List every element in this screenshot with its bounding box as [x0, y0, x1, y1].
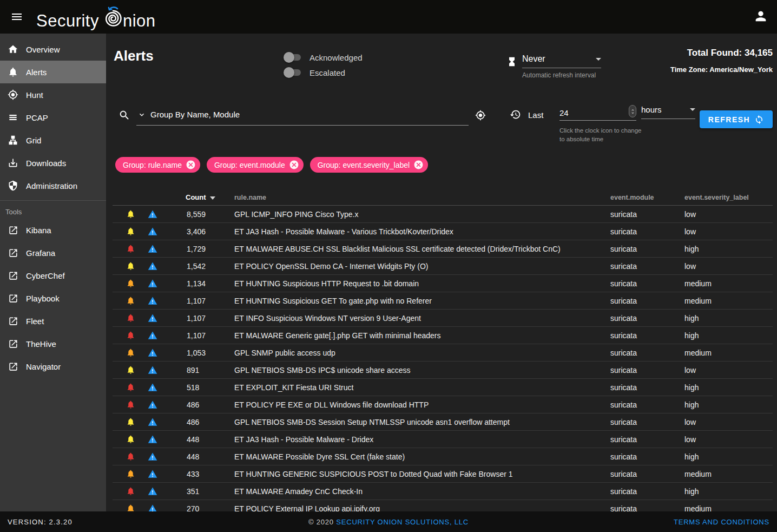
- sidebar-tool-grafana[interactable]: Grafana: [0, 241, 106, 264]
- alert-count[interactable]: 448: [187, 431, 199, 448]
- user-avatar-icon[interactable]: [753, 9, 768, 25]
- sidebar-item-alerts[interactable]: Alerts: [0, 61, 106, 83]
- escalate-warning-icon[interactable]: [148, 240, 157, 258]
- alert-rule-name[interactable]: ET MALWARE Generic gate[.].php GET with …: [234, 327, 441, 344]
- terms-link[interactable]: TERMS AND CONDITIONS: [674, 518, 769, 526]
- alert-count[interactable]: 1,053: [187, 344, 206, 362]
- alert-count[interactable]: 1,729: [187, 240, 206, 258]
- alert-severity[interactable]: low: [684, 413, 696, 431]
- alert-severity[interactable]: high: [684, 379, 699, 396]
- alert-module[interactable]: suricata: [610, 310, 637, 327]
- alert-rule-name[interactable]: ET HUNTING Suspicious HTTP Request to .b…: [234, 275, 419, 292]
- alert-count[interactable]: 1,107: [187, 292, 206, 310]
- alert-module[interactable]: suricata: [610, 206, 637, 223]
- column-header-event-module[interactable]: event.module: [610, 194, 654, 201]
- acknowledge-bell-icon[interactable]: [126, 240, 135, 258]
- alert-count[interactable]: 448: [187, 448, 199, 465]
- escalate-warning-icon[interactable]: [148, 292, 157, 310]
- acknowledge-bell-icon[interactable]: [126, 431, 135, 448]
- relative-time-icon[interactable]: [510, 109, 521, 122]
- acknowledge-bell-icon[interactable]: [126, 258, 135, 275]
- escalate-warning-icon[interactable]: [148, 396, 157, 413]
- escalate-warning-icon[interactable]: [148, 448, 157, 465]
- chip-close-icon[interactable]: [289, 160, 299, 170]
- alert-count[interactable]: 486: [187, 413, 199, 431]
- acknowledge-bell-icon[interactable]: [126, 379, 135, 396]
- sidebar-item-grid[interactable]: Grid: [0, 129, 106, 152]
- acknowledge-bell-icon[interactable]: [126, 483, 135, 500]
- escalate-warning-icon[interactable]: [148, 379, 157, 396]
- alert-rule-name[interactable]: GPL NETBIOS SMB-DS IPC$ unicode share ac…: [234, 362, 411, 379]
- alert-rule-name[interactable]: ET JA3 Hash - Possible Malware - Dridex: [234, 431, 373, 448]
- filter-target-icon[interactable]: [475, 110, 486, 123]
- alert-severity[interactable]: low: [684, 258, 696, 275]
- escalate-warning-icon[interactable]: [148, 275, 157, 292]
- alert-severity[interactable]: medium: [684, 344, 712, 362]
- alert-module[interactable]: suricata: [610, 344, 637, 362]
- alert-count[interactable]: 433: [187, 465, 199, 483]
- alert-severity[interactable]: low: [684, 431, 696, 448]
- alert-module[interactable]: suricata: [610, 448, 637, 465]
- sidebar-tool-fleet[interactable]: Fleet: [0, 310, 106, 332]
- menu-icon[interactable]: [7, 7, 27, 27]
- alert-rule-name[interactable]: GPL SNMP public access udp: [234, 344, 335, 362]
- alert-module[interactable]: suricata: [610, 465, 637, 483]
- alert-severity[interactable]: high: [684, 240, 699, 258]
- alert-count[interactable]: 1,134: [187, 275, 206, 292]
- acknowledge-bell-icon[interactable]: [126, 344, 135, 362]
- sidebar-tool-thehive[interactable]: TheHive: [0, 332, 106, 355]
- alert-severity[interactable]: high: [684, 448, 699, 465]
- alert-module[interactable]: suricata: [610, 483, 637, 500]
- alert-severity[interactable]: low: [684, 362, 696, 379]
- alert-count[interactable]: 1,107: [187, 327, 206, 344]
- escalate-warning-icon[interactable]: [148, 362, 157, 379]
- alert-module[interactable]: suricata: [610, 362, 637, 379]
- sidebar-tool-navigator[interactable]: Navigator: [0, 355, 106, 378]
- acknowledge-bell-icon[interactable]: [126, 362, 135, 379]
- sidebar-item-downloads[interactable]: Downloads: [0, 152, 106, 174]
- acknowledge-bell-icon[interactable]: [126, 500, 135, 511]
- acknowledge-bell-icon[interactable]: [126, 310, 135, 327]
- alert-count[interactable]: 891: [187, 362, 199, 379]
- chip-close-icon[interactable]: [186, 160, 196, 170]
- sidebar-item-hunt[interactable]: Hunt: [0, 83, 106, 106]
- sidebar-tool-cyberchef[interactable]: CyberChef: [0, 264, 106, 287]
- alert-rule-name[interactable]: ET MALWARE Amadey CnC Check-In: [234, 483, 363, 500]
- alert-rule-name[interactable]: ET EXPLOIT_KIT Fiesta URI Struct: [234, 379, 353, 396]
- chip-group-severity-label[interactable]: Group: event.severity_label: [310, 157, 428, 173]
- acknowledge-bell-icon[interactable]: [126, 327, 135, 344]
- escalated-toggle[interactable]: [284, 67, 302, 78]
- alert-rule-name[interactable]: ET POLICY OpenSSL Demo CA - Internet Wid…: [234, 258, 428, 275]
- alert-count[interactable]: 518: [187, 379, 199, 396]
- refresh-interval-select[interactable]: Never: [522, 54, 601, 68]
- alert-module[interactable]: suricata: [610, 396, 637, 413]
- chip-group-rule-name[interactable]: Group: rule.name: [115, 157, 200, 173]
- alert-module[interactable]: suricata: [610, 379, 637, 396]
- alert-count[interactable]: 1,107: [187, 310, 206, 327]
- alert-count[interactable]: 486: [187, 396, 199, 413]
- acknowledge-bell-icon[interactable]: [126, 206, 135, 223]
- alert-count[interactable]: 3,406: [187, 223, 206, 240]
- alert-rule-name[interactable]: ET POLICY PE EXE or DLL Windows file dow…: [234, 396, 429, 413]
- alert-module[interactable]: suricata: [610, 275, 637, 292]
- alert-module[interactable]: suricata: [610, 292, 637, 310]
- alert-rule-name[interactable]: ET HUNTING GENERIC SUSPICIOUS POST to Do…: [234, 465, 513, 483]
- alert-severity[interactable]: medium: [684, 500, 712, 511]
- acknowledge-bell-icon[interactable]: [126, 448, 135, 465]
- alert-count[interactable]: 1,542: [187, 258, 206, 275]
- escalate-warning-icon[interactable]: [148, 483, 157, 500]
- chip-close-icon[interactable]: [413, 160, 424, 170]
- alert-count[interactable]: 351: [187, 483, 199, 500]
- acknowledge-bell-icon[interactable]: [126, 413, 135, 431]
- acknowledge-bell-icon[interactable]: [126, 292, 135, 310]
- alert-rule-name[interactable]: ET POLICY External IP Lookup api.ipify.o…: [234, 500, 380, 511]
- acknowledge-bell-icon[interactable]: [126, 275, 135, 292]
- escalate-warning-icon[interactable]: [148, 223, 157, 240]
- alert-severity[interactable]: medium: [684, 275, 712, 292]
- alert-rule-name[interactable]: ET INFO Suspicious Windows NT version 9 …: [234, 310, 421, 327]
- column-header-rule-name[interactable]: rule.name: [234, 194, 266, 201]
- refresh-button[interactable]: REFRESH: [700, 110, 773, 128]
- escalate-warning-icon[interactable]: [148, 431, 157, 448]
- alert-module[interactable]: suricata: [610, 327, 637, 344]
- sidebar-tool-playbook[interactable]: Playbook: [0, 287, 106, 310]
